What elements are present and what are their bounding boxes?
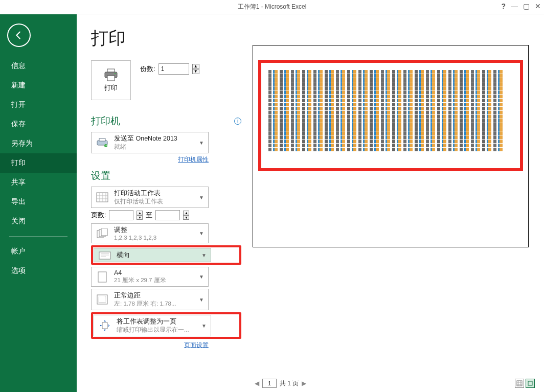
printer-properties-link[interactable]: 打印机属性	[91, 155, 209, 164]
chevron-down-icon: ▼	[199, 297, 205, 303]
copies-label: 份数:	[140, 64, 155, 74]
collate-dropdown[interactable]: 调整 1,2,3 1,2,3 1,2,3 ▼	[91, 223, 209, 243]
svg-rect-17	[528, 381, 532, 385]
sidebar-item-info[interactable]: 信息	[0, 56, 77, 76]
page-title: 打印	[91, 27, 241, 50]
page-to-down[interactable]: ▼	[183, 215, 189, 220]
sidebar-separator	[9, 236, 67, 237]
printer-heading: 打印机	[91, 114, 120, 128]
printer-dropdown[interactable]: 发送至 OneNote 2013 就绪 ▼	[91, 132, 209, 153]
fit-page-icon	[97, 320, 112, 331]
printer-icon-small	[95, 137, 110, 148]
sidebar-item-account[interactable]: 帐户	[0, 242, 77, 261]
sidebar-item-close[interactable]: 关闭	[0, 212, 77, 231]
svg-point-3	[115, 73, 116, 74]
svg-rect-11	[99, 252, 110, 259]
pages-to-label: 至	[146, 211, 152, 220]
titlebar: 工作簿1 - Microsoft Excel ? — ▢ ✕	[0, 0, 544, 14]
info-icon[interactable]: i	[234, 118, 241, 125]
sidebar-item-print[interactable]: 打印	[0, 153, 77, 173]
chevron-down-icon: ▼	[199, 195, 205, 200]
collate-icon	[95, 228, 110, 239]
backstage-sidebar: 信息 新建 打开 保存 另存为 打印 共享 导出 关闭 帐户 选项	[0, 14, 77, 392]
copies-up[interactable]: ▲	[192, 64, 199, 69]
margins-icon	[95, 294, 110, 305]
svg-rect-12	[98, 272, 106, 282]
preview-pager: ◀ 共 1 页 ▶	[245, 379, 544, 388]
printer-name: 发送至 OneNote 2013	[114, 134, 195, 143]
chevron-down-icon: ▼	[199, 230, 205, 236]
copies-down[interactable]: ▼	[192, 69, 199, 74]
show-margins-button[interactable]	[515, 379, 524, 388]
sidebar-item-options[interactable]: 选项	[0, 261, 77, 281]
minimize-button[interactable]: —	[511, 2, 518, 10]
sidebar-item-open[interactable]: 打开	[0, 95, 77, 114]
preview-page	[253, 45, 529, 247]
scaling-dropdown[interactable]: 将工作表调整为一页 缩减打印输出以显示在一... ▼	[94, 315, 211, 336]
print-what-dropdown[interactable]: 打印活动工作表 仅打印活动工作表 ▼	[91, 187, 209, 208]
sidebar-item-export[interactable]: 导出	[0, 192, 77, 212]
chevron-down-icon: ▼	[201, 252, 208, 258]
pages-label: 页数:	[91, 211, 106, 220]
close-button[interactable]: ✕	[535, 2, 541, 10]
paper-dropdown[interactable]: A4 21 厘米 x 29.7 厘米 ▼	[91, 267, 209, 287]
preview-content	[268, 70, 513, 165]
window-title: 工作簿1 - Microsoft Excel	[238, 3, 307, 11]
page-total-label: 共 1 页	[280, 379, 299, 388]
chevron-down-icon: ▼	[201, 323, 208, 329]
printer-status: 就绪	[114, 143, 195, 151]
svg-rect-10	[101, 228, 107, 236]
sheet-icon	[95, 192, 110, 202]
prev-page-button[interactable]: ◀	[255, 380, 259, 387]
svg-rect-16	[517, 381, 522, 386]
landscape-icon	[97, 250, 112, 260]
sidebar-item-share[interactable]: 共享	[0, 173, 77, 192]
print-settings-pane: 打印 打印 份数: ▲ ▼	[77, 14, 245, 392]
page-number-input[interactable]	[262, 379, 277, 388]
copies-input[interactable]	[158, 63, 189, 75]
orientation-highlight: 横向 ▼	[91, 245, 241, 265]
svg-rect-15	[102, 322, 107, 329]
back-button[interactable]	[7, 24, 31, 47]
svg-rect-0	[107, 69, 115, 72]
chevron-down-icon: ▼	[199, 140, 205, 146]
page-from-up[interactable]: ▲	[137, 211, 143, 215]
scaling-highlight: 将工作表调整为一页 缩减打印输出以显示在一... ▼	[91, 312, 241, 339]
page-to-up[interactable]: ▲	[183, 211, 189, 215]
print-button[interactable]: 打印	[91, 60, 131, 100]
sidebar-item-new[interactable]: 新建	[0, 76, 77, 95]
print-button-label: 打印	[104, 84, 118, 93]
maximize-button[interactable]: ▢	[523, 2, 530, 10]
svg-rect-5	[99, 139, 105, 141]
help-icon[interactable]: ?	[501, 2, 506, 10]
settings-heading: 设置	[91, 169, 110, 182]
print-preview-pane: ◀ 共 1 页 ▶	[245, 14, 544, 392]
printer-icon	[103, 68, 119, 82]
paper-icon	[95, 271, 110, 283]
page-from-down[interactable]: ▼	[137, 215, 143, 220]
sidebar-item-save[interactable]: 保存	[0, 114, 77, 134]
margins-dropdown[interactable]: 正常边距 左: 1.78 厘米 右: 1.78... ▼	[91, 289, 209, 310]
page-from-input[interactable]	[109, 210, 133, 220]
page-setup-link[interactable]: 页面设置	[91, 341, 209, 350]
svg-rect-2	[107, 76, 115, 81]
orientation-dropdown[interactable]: 横向 ▼	[94, 248, 211, 262]
zoom-to-page-button[interactable]	[526, 379, 535, 388]
sidebar-item-saveas[interactable]: 另存为	[0, 134, 77, 153]
chevron-down-icon: ▼	[199, 274, 205, 280]
page-to-input[interactable]	[155, 210, 180, 220]
next-page-button[interactable]: ▶	[302, 380, 306, 387]
svg-rect-7	[97, 193, 108, 202]
